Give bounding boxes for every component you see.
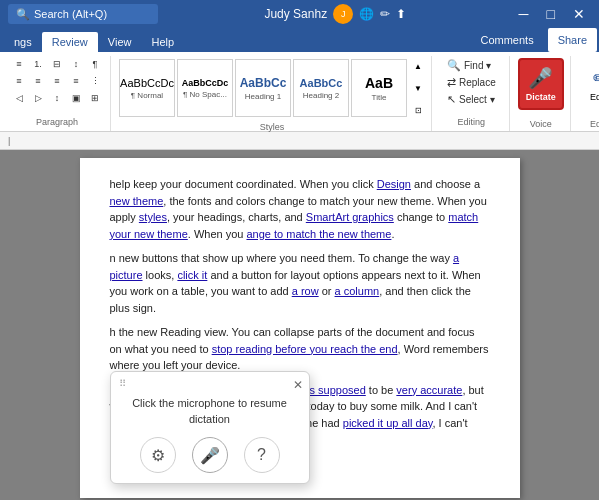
picked-link[interactable]: picked it up all day (343, 417, 433, 429)
dictate-label: Dictate (526, 92, 556, 102)
style-no-spacing[interactable]: AaBbCcDc ¶ No Spac... (177, 59, 233, 117)
close-button[interactable]: ✕ (567, 4, 591, 24)
justify-button[interactable]: ≡ (67, 73, 85, 89)
search-placeholder: Search (Alt+Q) (34, 8, 107, 20)
tab-view[interactable]: View (98, 32, 142, 52)
list-numbers-button[interactable]: 1. (29, 56, 47, 72)
title-bar-left: 🔍 Search (Alt+Q) (8, 4, 158, 24)
user-name: Judy Sanhz (264, 7, 327, 21)
popup-title: Click the microphone to resume dictation (121, 396, 299, 427)
editor-label: Editor (590, 117, 599, 129)
borders-button[interactable]: ⊞ (86, 90, 104, 106)
voice-label: Voice (530, 117, 552, 129)
popup-buttons: ⚙ 🎤 ? (121, 437, 299, 473)
replace-button[interactable]: ⇄ Replace (444, 75, 499, 90)
outline-button[interactable]: ⊟ (48, 56, 66, 72)
title-center: Judy Sanhz J 🌐 ✏ ⬆ (264, 4, 406, 24)
paragraph-2: n new buttons that show up where you nee… (110, 250, 490, 316)
search-icon: 🔍 (16, 8, 30, 21)
indent-right-button[interactable]: ▷ (29, 90, 47, 106)
title-bar-right: ─ □ ✕ (513, 4, 591, 24)
find-button[interactable]: 🔍 Find ▾ (444, 58, 499, 73)
dictate-button[interactable]: 🎤 Dictate (518, 58, 564, 110)
align-center-button[interactable]: ≡ (29, 73, 47, 89)
style-heading1[interactable]: AaBbCc Heading 1 (235, 59, 291, 117)
popup-close-button[interactable]: ✕ (293, 376, 303, 394)
style-h2-name: Heading 2 (303, 91, 339, 100)
column-link[interactable]: a column (335, 285, 380, 297)
find-icon: 🔍 (447, 59, 461, 72)
list-bullets-button[interactable]: ≡ (10, 56, 28, 72)
tab-help[interactable]: Help (141, 32, 184, 52)
title-bar: 🔍 Search (Alt+Q) Judy Sanhz J 🌐 ✏ ⬆ ─ □ … (0, 0, 599, 28)
row-link[interactable]: a row (292, 285, 319, 297)
maximize-button[interactable]: □ (541, 4, 561, 24)
ruler-indicator: | (8, 136, 183, 146)
smartart-link[interactable]: SmartArt graphics (306, 211, 394, 223)
help-icon: ? (257, 446, 266, 464)
new-theme-link[interactable]: new theme (110, 195, 164, 207)
styles-more-button[interactable]: ⊡ (411, 100, 425, 120)
styles-group: AaBbCcDc ¶ Normal AaBbCcDc ¶ No Spac... … (113, 56, 432, 131)
sort-button[interactable]: ↕ (67, 56, 85, 72)
supposed-link[interactable]: it's supposed (302, 384, 366, 396)
design-link[interactable]: Design (377, 178, 411, 190)
popup-drag-handle[interactable]: ⠿ (119, 376, 126, 391)
paragraph-group: ≡ 1. ⊟ ↕ ¶ ≡ ≡ ≡ ≡ ⋮ ◁ ▷ ↕ ▣ ⊞ Paragraph (4, 56, 111, 131)
share-button[interactable]: Share (548, 28, 597, 52)
paragraph-3: h the new Reading view. You can collapse… (110, 324, 490, 374)
style-title-name: Title (372, 93, 387, 102)
share-icon: ⬆ (396, 7, 406, 21)
style-h1-preview: AaBbCc (240, 76, 287, 90)
accurate-link[interactable]: very accurate (396, 384, 462, 396)
styles-list: AaBbCcDc ¶ Normal AaBbCcDc ¶ No Spac... … (119, 56, 425, 120)
popup-mic-icon: 🎤 (200, 446, 220, 465)
minimize-button[interactable]: ─ (513, 4, 535, 24)
align-left-button[interactable]: ≡ (10, 73, 28, 89)
show-marks-button[interactable]: ¶ (86, 56, 104, 72)
line-spacing-button[interactable]: ↕ (48, 90, 66, 106)
editing-group: 🔍 Find ▾ ⇄ Replace ↖ Select ▾ Editing (434, 56, 510, 131)
picture-link[interactable]: a picture (110, 252, 460, 281)
popup-mic-button[interactable]: 🎤 (192, 437, 228, 473)
style-normal-name: ¶ Normal (131, 91, 163, 100)
stop-link[interactable]: stop reading before you reach the end (212, 343, 398, 355)
popup-help-button[interactable]: ? (244, 437, 280, 473)
styles-arrows: ▲ ▼ ⊡ (411, 56, 425, 120)
style-normal-preview: AaBbCcDc (120, 77, 174, 89)
search-box[interactable]: 🔍 Search (Alt+Q) (8, 4, 158, 24)
apply-link[interactable]: ange to match the new theme (246, 228, 391, 240)
paragraph-label: Paragraph (36, 115, 78, 127)
user-avatar: J (333, 4, 353, 24)
styles-label: Styles (260, 120, 285, 132)
shading-button[interactable]: ▣ (67, 90, 85, 106)
voice-group: 🎤 Dictate Voice (512, 56, 571, 131)
style-nospace-name: ¶ No Spac... (183, 90, 227, 99)
editor-button[interactable]: ✏ Editor (579, 58, 599, 110)
paragraph-1: help keep your document coordinated. Whe… (110, 176, 490, 242)
popup-settings-button[interactable]: ⚙ (140, 437, 176, 473)
dictation-popup: ⠿ ✕ Click the microphone to resume dicta… (110, 371, 310, 484)
editor-group: ✏ Editor Editor (573, 56, 599, 131)
comments-button[interactable]: Comments (470, 28, 543, 52)
click-link[interactable]: click it (177, 269, 207, 281)
replace-icon: ⇄ (447, 76, 456, 89)
para-row-1: ≡ 1. ⊟ ↕ ¶ (10, 56, 104, 72)
ribbon-tabs: ngs Review View Help (0, 28, 188, 52)
indent-left-button[interactable]: ◁ (10, 90, 28, 106)
tab-ngs[interactable]: ngs (4, 32, 42, 52)
ribbon: ≡ 1. ⊟ ↕ ¶ ≡ ≡ ≡ ≡ ⋮ ◁ ▷ ↕ ▣ ⊞ Paragraph (0, 52, 599, 132)
select-button[interactable]: ↖ Select ▾ (444, 92, 499, 107)
styles-up-button[interactable]: ▲ (411, 56, 425, 76)
select-icon: ↖ (447, 93, 456, 106)
pen-icon: ✏ (380, 7, 390, 21)
align-right-button[interactable]: ≡ (48, 73, 66, 89)
style-normal[interactable]: AaBbCcDc ¶ Normal (119, 59, 175, 117)
styles-link[interactable]: styles (139, 211, 167, 223)
style-heading2[interactable]: AaBbCc Heading 2 (293, 59, 349, 117)
styles-down-button[interactable]: ▼ (411, 78, 425, 98)
tab-review[interactable]: Review (42, 32, 98, 52)
style-title[interactable]: AaB Title (351, 59, 407, 117)
columns-button[interactable]: ⋮ (86, 73, 104, 89)
comments-share: Comments Share (468, 28, 599, 52)
